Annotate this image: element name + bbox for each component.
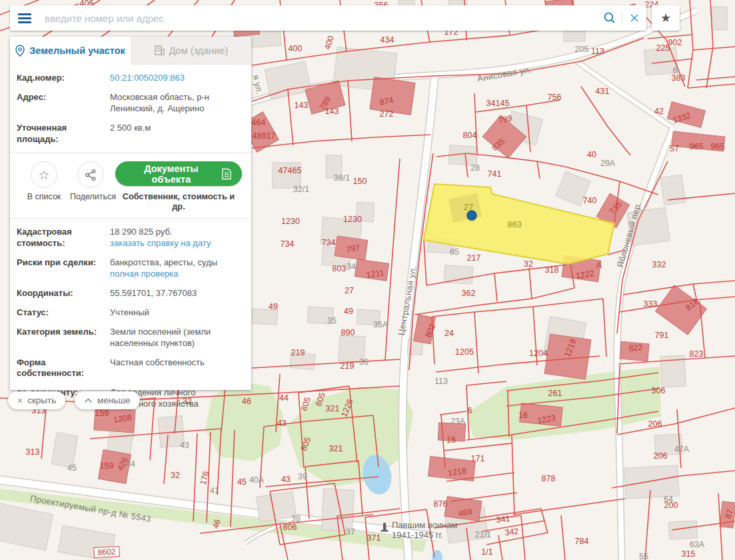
map-label: 791 (655, 331, 669, 340)
map-label: 32 (524, 259, 533, 269)
tab-land-parcel[interactable]: Земельный участок (10, 37, 131, 65)
parcel-fields-bottom: Кадастровая стоимость:18 290 825 руб.зак… (17, 227, 242, 410)
field-value: банкротства, аресты, судыполная проверка (110, 257, 217, 280)
map-label: 272 (380, 109, 394, 119)
map-label: 37 (346, 527, 355, 537)
map-label: 890 (341, 328, 355, 337)
hide-panel-button[interactable]: × скрыть (8, 391, 65, 409)
collapse-panel-button[interactable]: меньше (75, 391, 140, 409)
monument-label: Павшим воинам 1941-1945 гг. (392, 521, 457, 541)
map-label: 261 (548, 389, 562, 398)
map-label: 40 (587, 150, 596, 159)
object-documents-button[interactable]: Документы объекта (115, 161, 242, 186)
favorites-button[interactable]: ★ (652, 5, 680, 31)
map-label: 784 (575, 537, 589, 546)
map-label: 35A (373, 320, 388, 329)
map-label: 803 (333, 264, 347, 273)
map-label: 822 (628, 343, 643, 353)
map-label: 6 (468, 406, 472, 415)
field-row: Категория земель:Земли поселений (земли … (17, 327, 242, 349)
map-label: 28 (470, 163, 480, 173)
map-label: 29A (600, 159, 615, 168)
field-link[interactable]: полная проверка (110, 269, 217, 280)
field-label: Координаты: (17, 288, 110, 299)
map-label: 333 (644, 299, 658, 309)
field-row: Статус:Учтенный (17, 307, 242, 319)
field-value-text: Учтенный (110, 307, 149, 319)
map-label: 878 (542, 474, 556, 483)
map-label: 313 (26, 447, 40, 457)
map-label: 205 (575, 45, 589, 54)
map-label: 143 (325, 107, 339, 116)
map-label: 965 (690, 142, 704, 151)
map-label: 34 (347, 262, 356, 271)
map-label: 734 (322, 238, 336, 247)
field-value-link[interactable]: 50:21:0050209:863 (110, 73, 185, 83)
map-label: 400 (289, 44, 303, 53)
share-button[interactable]: Поделиться (70, 161, 111, 201)
field-label: Форма собственности: (17, 357, 110, 380)
map-label: 431 (596, 87, 610, 96)
map-label: 756 (548, 93, 562, 102)
map-label: 434 (380, 35, 394, 45)
map-label: 34145 (486, 99, 510, 108)
field-value: Московская область, р-н Ленинский, д. Ащ… (110, 92, 242, 115)
field-value: 2 500 кв.м (110, 123, 151, 145)
map-label: 65 (450, 247, 459, 257)
map-label: 113 (434, 377, 448, 386)
map-label: 321 (326, 404, 340, 413)
map-label: 159 (100, 461, 114, 471)
add-to-list-button[interactable]: ☆ В список (23, 161, 65, 201)
map-label: 43 (277, 419, 287, 428)
selected-parcel-marker (467, 211, 477, 221)
map-label: 383 (672, 73, 686, 83)
map-label: 23A (450, 417, 465, 426)
map-label: 804 (463, 131, 477, 140)
field-value: Частная собственность (110, 357, 205, 380)
search-input[interactable] (39, 13, 598, 24)
field-row: Кадастровая стоимость:18 290 825 руб.зак… (17, 227, 242, 249)
map-label: 332 (652, 260, 666, 269)
map-label: 45 (67, 463, 77, 473)
map-label: A (596, 261, 602, 270)
map-label: 371 (367, 533, 381, 543)
map-label: 63A (690, 540, 704, 549)
tab-building[interactable]: Дом (здание) (131, 37, 251, 65)
map-label: 1/1 (481, 547, 492, 557)
map-label: 1230 (343, 215, 362, 224)
field-value-text: Частная собственность (110, 357, 205, 369)
map-label: 113 (591, 47, 604, 56)
map-label: 1204 (529, 349, 548, 358)
field-value-text: Земли поселений (земли населенных пункто… (110, 327, 242, 349)
map-label: 49 (344, 307, 353, 316)
map-label: 16 (446, 435, 456, 445)
map-label: 306 (652, 386, 666, 395)
map-label: 902 (668, 38, 682, 47)
close-icon: × (17, 395, 23, 406)
field-value-text: Московская область, р-н Ленинский, д. Ащ… (110, 92, 242, 115)
field-row: Риски при сделки:банкротства, аресты, су… (17, 257, 242, 280)
field-link[interactable]: заказать справку на дату (110, 238, 211, 249)
map-label: 217 (467, 253, 481, 263)
map-label: 21/1 (475, 530, 491, 539)
menu-button[interactable] (10, 5, 39, 31)
app-window: 4063562241724344004001132052259026383431… (0, 0, 735, 560)
map-label: 206 (654, 451, 668, 461)
map-label: 55 (639, 552, 648, 560)
building-icon (154, 45, 165, 55)
search-icon[interactable] (598, 5, 622, 31)
map-label: 143 (295, 101, 309, 110)
parcel-fields-top: Кад.номер:50:21:0050209:863Адрес:Московс… (17, 73, 242, 145)
map-label: 8602 (93, 546, 119, 558)
map-label: 464 (252, 118, 266, 127)
parcel-info-panel: Земельный участок Дом (здание) Кад.номер… (10, 37, 251, 390)
close-icon[interactable] (622, 5, 646, 31)
map-label: 16 (518, 411, 528, 420)
field-value: 18 290 825 руб.заказать справку на дату (110, 227, 211, 249)
map-label: 206 (648, 419, 662, 429)
field-value: Учтенный (110, 307, 149, 319)
map-label: 57 (670, 144, 679, 153)
field-label: Категория земель: (17, 327, 110, 349)
field-value: Земли поселений (земли населенных пункто… (110, 327, 242, 349)
map-label: 823 (690, 349, 704, 359)
